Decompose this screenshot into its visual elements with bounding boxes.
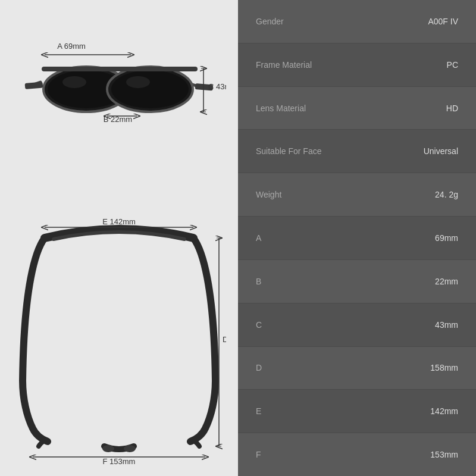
spec-value: PC — [447, 60, 458, 70]
spec-label: Lens Material — [256, 104, 306, 113]
svg-point-17 — [124, 445, 136, 452]
svg-point-6 — [62, 76, 86, 88]
dim-c-label: C 43mm — [208, 82, 226, 91]
spec-row: B22mm — [238, 260, 476, 303]
spec-label: Gender — [256, 17, 284, 26]
spec-row: F153mm — [238, 433, 476, 476]
top-diagram: A 69mm B 22mm C 43mm — [12, 12, 226, 214]
dim-e-label: E 142mm — [102, 217, 136, 226]
bottom-diagram: D 158mm E 142mm F 153mm — [12, 214, 226, 464]
left-panel: A 69mm B 22mm C 43mm — [0, 0, 238, 476]
spec-row: E142mm — [238, 390, 476, 433]
spec-label: B — [256, 277, 261, 286]
spec-value: 142mm — [430, 406, 458, 416]
dim-f-label: F 153mm — [103, 457, 136, 464]
spec-value: Universal — [424, 146, 458, 156]
spec-value: 24. 2g — [435, 190, 458, 199]
svg-rect-9 — [25, 82, 43, 89]
spec-row: GenderA00F IV — [238, 0, 476, 43]
spec-row: A69mm — [238, 217, 476, 260]
spec-value: A00F IV — [428, 17, 458, 26]
spec-label: D — [256, 363, 262, 372]
spec-label: A — [256, 233, 261, 243]
spec-value: 43mm — [435, 320, 458, 330]
dim-a-label: A 69mm — [57, 42, 86, 51]
spec-row: C43mm — [238, 303, 476, 347]
spec-label: Suitable For Face — [256, 146, 322, 156]
spec-value: HD — [446, 104, 458, 113]
spec-label: E — [256, 406, 261, 416]
spec-row: D158mm — [238, 347, 476, 390]
spec-value: 158mm — [430, 363, 458, 372]
svg-point-7 — [126, 76, 150, 88]
spec-label: C — [256, 320, 262, 330]
spec-row: Frame MaterialPC — [238, 43, 476, 87]
svg-rect-8 — [42, 67, 198, 71]
spec-label: Weight — [256, 190, 281, 199]
spec-value: 22mm — [435, 277, 458, 286]
svg-point-16 — [102, 445, 114, 452]
svg-point-5 — [111, 70, 189, 108]
spec-row: Lens MaterialHD — [238, 87, 476, 130]
dim-d-label: D 158mm — [223, 335, 226, 344]
spec-row: Weight24. 2g — [238, 173, 476, 217]
spec-label: Frame Material — [256, 60, 312, 70]
spec-label: F — [256, 450, 261, 459]
spec-row: Suitable For FaceUniversal — [238, 130, 476, 173]
spec-value: 69mm — [435, 233, 458, 243]
spec-value: 153mm — [430, 450, 458, 459]
top-diagram-svg: A 69mm B 22mm C 43mm — [12, 12, 226, 214]
right-panel: GenderA00F IVFrame MaterialPCLens Materi… — [238, 0, 476, 476]
bottom-diagram-svg: D 158mm E 142mm F 153mm — [12, 214, 226, 464]
